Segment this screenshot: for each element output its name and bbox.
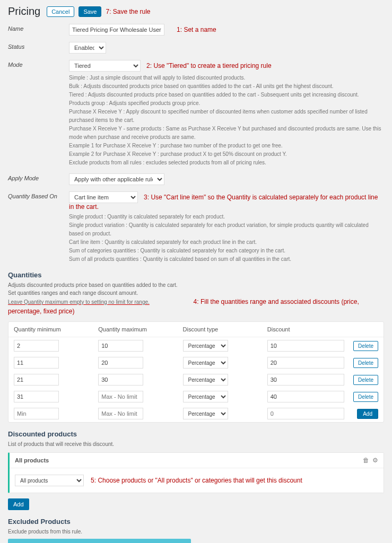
mode-label: Mode xyxy=(8,60,69,68)
annotation-7: 7: Save the rule xyxy=(106,8,150,15)
name-label: Name xyxy=(8,24,69,32)
type-select[interactable]: Percentage discount xyxy=(183,374,228,386)
discount-input-new[interactable] xyxy=(267,408,344,419)
col-discount: Discount xyxy=(267,326,352,332)
discounted-heading: Discounted products xyxy=(8,430,384,438)
quantities-table: Quantity minimum Quantity maximum Discou… xyxy=(8,321,384,423)
discounted-panel: All products 🗑 ⚙ All products 5: Choose … xyxy=(8,452,384,493)
quantities-heading: Quantities xyxy=(8,271,384,279)
type-select[interactable]: Percentage discount xyxy=(183,391,228,402)
min-input[interactable] xyxy=(14,391,59,402)
max-input[interactable] xyxy=(98,340,143,352)
apply-mode-label: Apply Mode xyxy=(8,173,69,181)
excluded-info: Info! There is not any item. xyxy=(8,539,191,543)
products-select[interactable]: All products xyxy=(15,475,84,486)
annotation-5: 5: Choose products or "All products" or … xyxy=(91,477,302,484)
mode-help: Simple : Just a simple discount that wil… xyxy=(69,74,384,167)
trash-icon[interactable]: 🗑 xyxy=(363,457,369,464)
max-input[interactable] xyxy=(98,357,143,369)
table-row: Percentage discountDelete xyxy=(8,337,384,354)
type-select[interactable]: Percentage discount xyxy=(183,357,228,369)
min-input[interactable] xyxy=(14,357,59,369)
max-input-new[interactable] xyxy=(98,408,143,419)
name-input[interactable] xyxy=(69,24,164,36)
discount-input[interactable] xyxy=(267,357,344,369)
discounted-panel-title: All products xyxy=(15,457,49,463)
mode-select[interactable]: Tiered xyxy=(69,60,141,72)
excluded-help: Exclude products from this rule. xyxy=(8,528,384,536)
save-button[interactable]: Save xyxy=(79,6,101,17)
discount-input[interactable] xyxy=(267,391,344,402)
gear-icon[interactable]: ⚙ xyxy=(372,457,378,464)
min-input-new[interactable] xyxy=(14,408,59,419)
table-row-new: Percentage discount Add xyxy=(8,405,384,422)
min-input[interactable] xyxy=(14,374,59,386)
max-input[interactable] xyxy=(98,374,143,386)
quantity-based-on-label: Quantity Based On xyxy=(8,191,69,199)
discount-input[interactable] xyxy=(267,374,344,386)
excluded-heading: Excluded Products xyxy=(8,518,384,526)
add-discounted-button[interactable]: Add xyxy=(8,498,29,510)
type-select-new[interactable]: Percentage discount xyxy=(183,408,228,419)
apply-mode-select[interactable]: Apply with other applicable rules xyxy=(69,173,164,185)
delete-button[interactable]: Delete xyxy=(353,375,378,385)
delete-button[interactable]: Delete xyxy=(353,392,378,402)
table-row: Percentage discountDelete xyxy=(8,354,384,371)
qbo-help: Single product : Quantity is calculated … xyxy=(69,213,384,264)
table-row: Percentage discountDelete xyxy=(8,388,384,405)
delete-button[interactable]: Delete xyxy=(353,358,378,368)
cancel-button[interactable]: Cancel xyxy=(47,6,74,17)
type-select[interactable]: Percentage discount xyxy=(183,340,228,352)
max-input[interactable] xyxy=(98,391,143,402)
col-min: Quantity minimum xyxy=(14,326,98,332)
col-max: Quantity maximum xyxy=(98,326,182,332)
table-row: Percentage discountDelete xyxy=(8,371,384,388)
delete-button[interactable]: Delete xyxy=(353,341,378,351)
quantities-help: Adjusts discounted products price based … xyxy=(8,281,384,316)
annotation-1: 1: Set a name xyxy=(177,26,216,33)
col-type: Discount type xyxy=(183,326,267,332)
add-row-button[interactable]: Add xyxy=(357,409,378,419)
discount-input[interactable] xyxy=(267,340,344,352)
page-title: Pricing xyxy=(8,5,40,17)
quantity-based-on-select[interactable]: Cart line item xyxy=(69,191,138,203)
status-select[interactable]: Enabled xyxy=(69,42,106,54)
status-label: Status xyxy=(8,42,69,50)
discounted-help: List of products that will receive this … xyxy=(8,440,384,448)
annotation-2: 2: Use "Tiered" to create a tiered prici… xyxy=(146,62,272,69)
min-input[interactable] xyxy=(14,340,59,352)
